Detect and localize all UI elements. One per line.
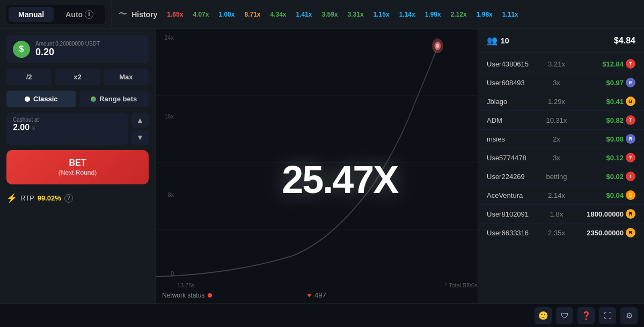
tab-auto-label: Auto: [65, 10, 83, 19]
likes-count: 497: [314, 291, 326, 299]
toolbar-icon-btn-2[interactable]: ❓: [577, 307, 595, 324]
bottom-toolbar: 🙂🛡❓⛶⚙: [0, 303, 644, 327]
history-label[interactable]: History: [131, 10, 157, 19]
main-area: $ Amount 0.20000000 USDT 0.20 /2 x2 Max …: [0, 29, 644, 303]
players-count: 👥 10: [487, 35, 509, 46]
player-amount: $0.04: [575, 191, 624, 199]
history-chip[interactable]: 1.41x: [293, 10, 316, 19]
likes-section: ♥ 497: [307, 291, 326, 299]
x-labels: 13.75s 27.5s: [177, 282, 478, 288]
cashout-down-button[interactable]: ▼: [131, 130, 149, 145]
bet-sub-label: (Next Round): [14, 169, 141, 177]
auto-info-icon[interactable]: ℹ: [85, 10, 93, 19]
player-amount: $0.08: [575, 135, 624, 143]
total-label: * Total 51s: [445, 282, 472, 288]
players-list: User4380615 3.21x $12.84 T User608493 3x…: [478, 53, 644, 303]
total-amount: $4.84: [614, 36, 635, 46]
max-button[interactable]: Max: [104, 69, 149, 85]
player-amount: $0.02: [575, 173, 624, 181]
tab-manual[interactable]: Manual: [9, 7, 54, 22]
tab-auto[interactable]: Auto ℹ: [56, 7, 103, 22]
toolbar-icon-btn-0[interactable]: 🙂: [535, 307, 552, 324]
rtp-section: ⚡ RTP 99.02% ?: [6, 193, 73, 203]
rtp-value: 99.02%: [38, 194, 61, 202]
amount-value[interactable]: 0.20: [35, 47, 100, 58]
player-multiplier: 3x: [538, 154, 575, 162]
player-amount: $0.97: [575, 79, 624, 87]
half-button[interactable]: /2: [6, 69, 52, 85]
history-chip[interactable]: 4.07x: [189, 10, 212, 19]
history-chip[interactable]: 1.11x: [499, 10, 522, 19]
currency-badge: E: [626, 78, 635, 87]
history-chip[interactable]: 3.31x: [345, 10, 367, 19]
history-chip[interactable]: 3.59x: [319, 10, 341, 19]
cashout-up-button[interactable]: ▲: [131, 113, 149, 128]
currency-badge: C: [626, 190, 635, 200]
players-header: 👥 10 $4.84: [478, 29, 644, 53]
players-num: 10: [501, 36, 509, 45]
range-bet-button[interactable]: Range bets: [79, 91, 149, 107]
player-amount: $0.82: [575, 116, 624, 124]
dollar-icon: $: [13, 41, 30, 58]
history-chip[interactable]: 2.12x: [448, 10, 470, 19]
history-chip[interactable]: 1.99x: [422, 10, 444, 19]
player-multiplier: 1.8x: [538, 210, 575, 218]
player-multiplier: 2x: [538, 135, 575, 143]
multiplier-display: 25.47X: [282, 158, 398, 202]
table-row: AceVentura 2.14x $0.04 C: [478, 186, 644, 205]
player-name: Use5774478: [487, 154, 538, 162]
player-name: User224269: [487, 173, 538, 181]
toolbar-icon-btn-4[interactable]: ⚙: [620, 307, 638, 324]
left-bottom-bar: ⚡ RTP 99.02% ?: [6, 190, 149, 206]
player-multiplier: 1.29x: [538, 98, 575, 106]
cashout-box[interactable]: Cashout at 2.00 x: [6, 113, 128, 145]
bet-button[interactable]: BET (Next Round): [6, 150, 149, 184]
bet-label: BET: [14, 158, 141, 169]
player-name: ADM: [487, 116, 538, 124]
history-chip[interactable]: 1.14x: [396, 10, 419, 19]
cashout-value[interactable]: 2.00: [13, 123, 30, 132]
player-multiplier: 2.14x: [538, 191, 575, 199]
history-chip[interactable]: 8.71x: [241, 10, 264, 19]
classic-dot: [25, 96, 30, 102]
history-section: 〜 History: [112, 0, 164, 28]
table-row: msies 2x $0.08 R: [478, 130, 644, 148]
classic-bet-button[interactable]: Classic: [6, 91, 76, 107]
x-label-1: 13.75s: [177, 282, 195, 288]
history-chip[interactable]: 1.65x: [164, 10, 186, 19]
player-multiplier: 10.31x: [538, 116, 575, 124]
toolbar-icon-btn-3[interactable]: ⛶: [599, 307, 616, 324]
table-row: User8102091 1.8x 1800.00000 R: [478, 205, 644, 224]
rtp-text: RTP: [20, 194, 34, 202]
history-chip[interactable]: 1.15x: [370, 10, 393, 19]
player-amount: 2350.00000: [575, 229, 624, 237]
currency-badge: T: [626, 59, 635, 69]
cashout-x: x: [32, 124, 35, 132]
double-button[interactable]: x2: [55, 69, 100, 85]
range-dot: [91, 96, 96, 102]
history-chip[interactable]: 4.34x: [267, 10, 289, 19]
player-amount: $0.41: [575, 98, 624, 106]
rtp-info-icon[interactable]: ?: [64, 194, 73, 203]
lightning-icon: ⚡: [6, 193, 17, 203]
history-chip[interactable]: 1.98x: [473, 10, 496, 19]
table-row: User6633316 2.35x 2350.00000 R: [478, 224, 644, 242]
table-row: User4380615 3.21x $12.84 T: [478, 55, 644, 73]
left-panel: $ Amount 0.20000000 USDT 0.20 /2 x2 Max …: [0, 29, 156, 303]
bet-type-row: Classic Range bets: [6, 91, 149, 107]
history-chip[interactable]: 1.00x: [215, 10, 238, 19]
toolbar-icon-btn-1[interactable]: 🛡: [556, 307, 573, 324]
players-icon: 👥: [487, 35, 497, 46]
network-status: Network status: [162, 292, 212, 299]
table-row: ADM 10.31x $0.82 T: [478, 111, 644, 130]
amount-label: Amount 0.20000000 USDT: [35, 41, 100, 47]
cashout-section: Cashout at 2.00 x ▲ ▼: [6, 113, 149, 145]
player-multiplier: 3x: [538, 79, 575, 87]
range-label: Range bets: [99, 95, 137, 103]
player-name: User6633316: [487, 229, 538, 237]
player-multiplier: betting: [538, 173, 575, 181]
arrow-group: ▲ ▼: [131, 113, 149, 145]
table-row: User608493 3x $0.97 E: [478, 73, 644, 92]
player-name: AceVentura: [487, 191, 538, 199]
currency-badge: B: [626, 96, 635, 106]
